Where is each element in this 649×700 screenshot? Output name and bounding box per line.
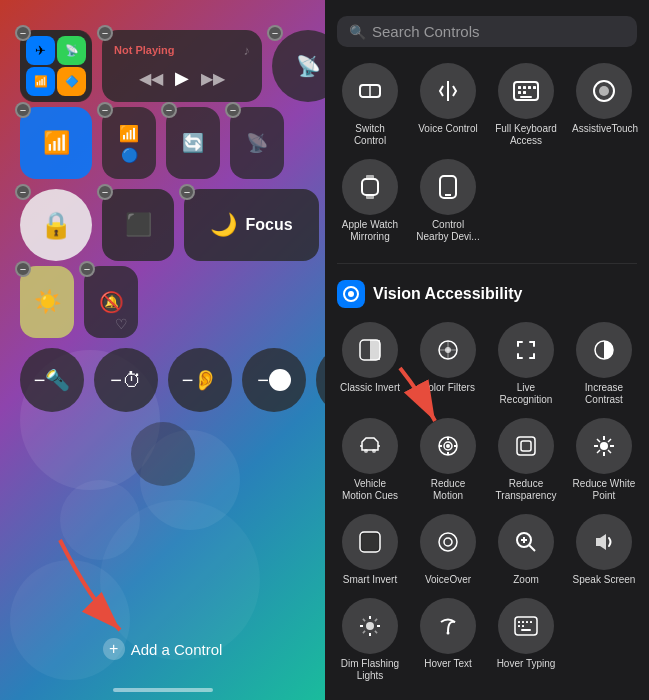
ctrl-live-recognition[interactable]: Live Recognition — [493, 322, 559, 406]
ctrl-hover-text[interactable]: Hover Text — [415, 598, 481, 682]
smart-invert-label: Smart Invert — [343, 574, 397, 586]
hover-typing-label: Hover Typing — [497, 658, 556, 670]
hearing-tile[interactable]: − 👂 — [168, 348, 232, 412]
wifi-btn[interactable]: 📶 — [26, 67, 55, 96]
record-icon — [269, 369, 291, 391]
ctrl-voice-control[interactable]: Voice Control — [415, 63, 481, 147]
add-control-button[interactable]: + Add a Control — [103, 638, 223, 660]
voiceover-icon — [420, 514, 476, 570]
ctrl-control-nearby[interactable]: Control Nearby Devi... — [415, 159, 481, 243]
keyboard-svg — [512, 80, 540, 102]
wifi-icon: 📶 — [34, 75, 48, 88]
vision-header: Vision Accessibility — [337, 280, 637, 308]
increase-contrast-icon — [576, 322, 632, 378]
mirror-icon: ⬛ — [125, 212, 152, 238]
music-tile[interactable]: − Not Playing ♪ ◀◀ ▶ ▶▶ — [102, 30, 262, 102]
ctrl-zoom[interactable]: Zoom — [493, 514, 559, 586]
airdrop-tile[interactable]: − 📡 — [272, 30, 325, 102]
reduce-transparency-label: Reduce Transparency — [494, 478, 558, 502]
classic-invert-svg — [358, 338, 382, 362]
brightness-tile[interactable]: − ☀️ — [20, 266, 74, 338]
zoom-svg — [514, 530, 538, 554]
ctrl-full-keyboard[interactable]: Full Keyboard Access — [493, 63, 559, 147]
timer-tile[interactable]: − ⏱ — [94, 348, 158, 412]
voice-control-icon — [420, 63, 476, 119]
mirror-tile[interactable]: − ⬛ — [102, 189, 174, 261]
cellular-tile[interactable]: − 📶 🔵 — [102, 107, 156, 179]
ctrl-reduce-transparency[interactable]: Reduce Transparency — [493, 418, 559, 502]
ctrl-apple-watch[interactable]: Apple Watch Mirroring — [337, 159, 403, 243]
focus-icon: 🌙 — [210, 212, 237, 238]
record-tile[interactable]: − — [242, 348, 306, 412]
svg-rect-13 — [362, 179, 378, 195]
add-control-plus-icon: + — [103, 638, 125, 660]
ctrl-reduce-white[interactable]: Reduce White Point — [571, 418, 637, 502]
left-arrow-svg — [30, 520, 150, 640]
cell-minus: − — [97, 102, 113, 118]
ctrl-smart-invert[interactable]: Smart Invert — [337, 514, 403, 586]
dim-svg — [358, 614, 382, 638]
voiceover-label: VoiceOver — [425, 574, 471, 586]
svg-point-65 — [447, 632, 450, 635]
prev-icon[interactable]: ◀◀ — [139, 69, 163, 88]
hover-typing-svg — [513, 615, 539, 637]
vision-section: Vision Accessibility Classic Invert — [337, 280, 637, 682]
lock-icon: 🔒 — [40, 210, 72, 241]
live-recognition-label: Live Recognition — [494, 382, 558, 406]
voiceover-svg — [436, 530, 460, 554]
ctrl-switch-control[interactable]: Switch Control — [337, 63, 403, 147]
full-keyboard-label: Full Keyboard Access — [494, 123, 558, 147]
svg-rect-72 — [522, 625, 524, 627]
top-controls-grid: Switch Control Voice Control — [337, 63, 637, 243]
flashlight-tile[interactable]: − 🔦 — [20, 348, 84, 412]
ctrl-dim-flashing[interactable]: Dim Flashing Lights — [337, 598, 403, 682]
play-icon[interactable]: ▶ — [175, 67, 189, 89]
airplane-tile[interactable]: − ✈ 📡 📶 🔷 — [20, 30, 92, 102]
vehicle-svg — [358, 434, 382, 458]
reduce-motion-svg — [436, 434, 460, 458]
ctrl-hover-typing[interactable]: Hover Typing — [493, 598, 559, 682]
control-nearby-icon — [420, 159, 476, 215]
vision-section-title: Vision Accessibility — [373, 285, 522, 303]
speak-screen-label: Speak Screen — [573, 574, 636, 586]
extra-tile-2[interactable]: − 📡 — [230, 107, 284, 179]
search-bar[interactable]: 🔍 Search Controls — [337, 16, 637, 47]
ctrl-assistive-touch[interactable]: AssistiveTouch — [571, 63, 637, 147]
wifi-tile[interactable]: − 📶 — [20, 107, 92, 179]
contrast-svg — [592, 338, 616, 362]
svg-marker-55 — [596, 534, 606, 550]
airdrop-minus-badge: − — [267, 25, 283, 41]
screen-lock-tile[interactable]: − 🔒 — [20, 189, 92, 261]
dim-flashing-label: Dim Flashing Lights — [338, 658, 402, 682]
switch-control-label: Switch Control — [338, 123, 402, 147]
airdrop-btn[interactable]: 📡 — [57, 36, 86, 65]
eye-svg — [342, 285, 360, 303]
svg-point-49 — [439, 533, 457, 551]
mute-tile[interactable]: − 🔕 ♡ — [84, 266, 138, 338]
next-icon[interactable]: ▶▶ — [201, 69, 225, 88]
nearby-svg — [437, 174, 459, 200]
bluetooth-btn[interactable]: 🔷 — [57, 67, 86, 96]
white-point-svg — [592, 434, 616, 458]
dim-flashing-icon — [342, 598, 398, 654]
mirror-minus: − — [97, 184, 113, 200]
heart-icon: ♡ — [115, 316, 128, 332]
extra-tile-1[interactable]: − 🔄 — [166, 107, 220, 179]
music-top: Not Playing ♪ — [114, 43, 250, 58]
ctrl-increase-contrast[interactable]: Increase Contrast — [571, 322, 637, 406]
control-nearby-label: Control Nearby Devi... — [416, 219, 480, 243]
mute-minus: − — [79, 261, 95, 277]
empty-circle-1 — [131, 422, 195, 486]
svg-line-64 — [363, 631, 365, 633]
speak-svg — [592, 530, 616, 554]
ctrl-vehicle-motion[interactable]: Vehicle Motion Cues — [337, 418, 403, 502]
focus-tile[interactable]: − 🌙 Focus — [184, 189, 319, 261]
ctrl-voiceover[interactable]: VoiceOver — [415, 514, 481, 586]
music-status: Not Playing — [114, 44, 175, 56]
live-rec-svg — [514, 338, 538, 362]
ctrl-reduce-motion[interactable]: Reduce Motion — [415, 418, 481, 502]
airplane-btn[interactable]: ✈ — [26, 36, 55, 65]
apple-watch-icon — [342, 159, 398, 215]
ctrl-speak-screen[interactable]: Speak Screen — [571, 514, 637, 586]
bluetooth-small-icon: 🔵 — [121, 147, 138, 163]
